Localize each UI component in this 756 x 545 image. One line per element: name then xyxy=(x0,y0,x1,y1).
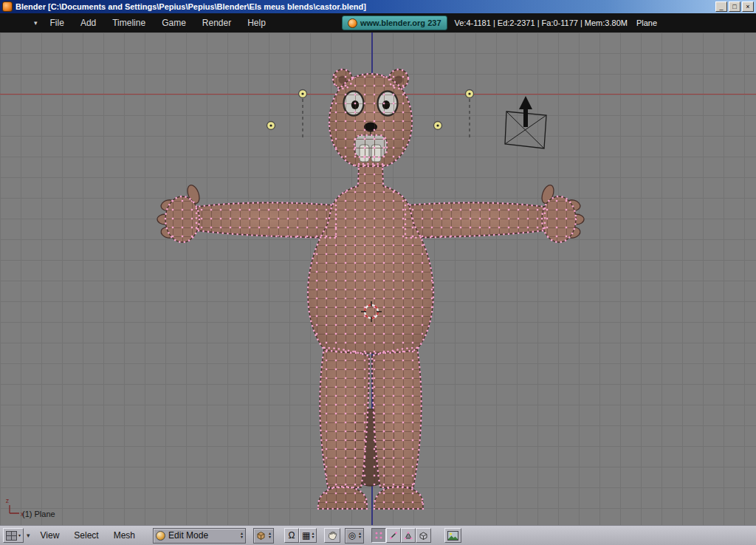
select-mode-face-button[interactable] xyxy=(401,528,416,543)
scene-canvas: z x xyxy=(0,32,756,526)
occlude-geometry-toggle[interactable] xyxy=(416,528,431,543)
menu-render[interactable]: Render xyxy=(194,18,239,28)
edge-select-icon xyxy=(389,531,398,540)
menu-game[interactable]: Game xyxy=(154,18,194,28)
edit-mode-icon xyxy=(156,531,165,541)
stepper-arrows: ▴▾ xyxy=(359,532,361,539)
falloff-dropdown[interactable]: ▦ ▴▾ xyxy=(299,528,317,543)
stepper-arrows: ▴▾ xyxy=(241,532,243,539)
pivot-point-icon: ◎ xyxy=(348,530,355,541)
select-mode-vertex-button[interactable] xyxy=(371,528,386,543)
stepper-arrows: ▴▾ xyxy=(312,532,314,539)
lamp-object[interactable] xyxy=(434,122,442,130)
minimize-button[interactable]: _ xyxy=(715,1,727,12)
manipulator-toggle[interactable] xyxy=(324,528,340,543)
viewport-header: ▾ ▾ View Select Mesh Edit Mode ▴▾ ▴▾ Ω ▦… xyxy=(0,525,756,545)
render-preview-button[interactable] xyxy=(444,528,461,543)
menu-select[interactable]: Select xyxy=(66,530,106,541)
beaver-character-mesh[interactable] xyxy=(157,69,584,509)
solid-shading-icon xyxy=(256,531,266,541)
lamp-object[interactable] xyxy=(267,122,275,130)
menu-add[interactable]: Add xyxy=(72,18,104,28)
menu-mesh[interactable]: Mesh xyxy=(106,530,142,541)
info-header: ▾ File Add Timeline Game Render Help www… xyxy=(0,13,756,33)
titlebar: Blender [C:\Documents and Settings\Pepiu… xyxy=(0,0,756,13)
chevron-down-icon[interactable]: ▾ xyxy=(34,19,38,27)
object-info-text: (1) Plane xyxy=(22,510,55,518)
face-select-icon xyxy=(404,531,413,540)
window-controls: _ □ × xyxy=(714,1,754,12)
blender-app-icon xyxy=(2,1,13,12)
lamp-object[interactable] xyxy=(299,90,307,98)
3d-view-editor-icon xyxy=(6,531,17,541)
3d-viewport[interactable]: z x (1) Plane xyxy=(0,32,756,526)
lamp-object[interactable] xyxy=(466,90,474,98)
blender-version-badge[interactable]: www.blender.org 237 xyxy=(342,16,447,30)
up-arrow-icon xyxy=(519,96,532,127)
editor-type-button[interactable]: ▾ xyxy=(3,528,24,543)
select-mode-edge-button[interactable] xyxy=(386,528,401,543)
proportional-edit-button[interactable]: Ω xyxy=(284,528,299,543)
menu-file[interactable]: File xyxy=(42,18,72,28)
pivot-dropdown[interactable]: ◎ ▴▾ xyxy=(345,528,364,544)
mode-dropdown[interactable]: Edit Mode ▴▾ xyxy=(153,528,246,544)
window-title: Blender [C:\Documents and Settings\Pepiu… xyxy=(16,2,711,11)
falloff-grid-icon: ▦ xyxy=(302,530,310,541)
axis-z-label: z xyxy=(6,497,10,504)
empty-arrow-object[interactable] xyxy=(505,96,546,148)
hand-icon xyxy=(327,530,337,541)
mode-label: Edit Mode xyxy=(168,530,238,541)
chevron-down-icon[interactable]: ▾ xyxy=(27,532,30,539)
badge-text: www.blender.org 237 xyxy=(360,18,441,27)
draw-type-dropdown[interactable]: ▴▾ xyxy=(253,528,274,544)
active-object-name: Plane xyxy=(636,18,657,27)
blender-logo-icon xyxy=(348,18,357,28)
menu-view[interactable]: View xyxy=(33,530,67,541)
omega-icon: Ω xyxy=(289,530,295,541)
view-axis-gizmo: z x xyxy=(6,497,24,518)
image-icon xyxy=(447,531,458,541)
close-button[interactable]: × xyxy=(742,1,754,12)
occlude-cube-icon xyxy=(419,531,428,541)
maximize-button[interactable]: □ xyxy=(729,1,740,12)
menu-timeline[interactable]: Timeline xyxy=(104,18,154,28)
scene-statistics: Ve:4-1181 | Ed:2-2371 | Fa:0-1177 | Mem:… xyxy=(455,18,628,27)
stepper-arrows: ▴▾ xyxy=(269,532,271,539)
vertex-select-icon xyxy=(374,531,383,540)
menu-help[interactable]: Help xyxy=(239,18,274,28)
stepper-arrows: ▾ xyxy=(18,534,21,538)
